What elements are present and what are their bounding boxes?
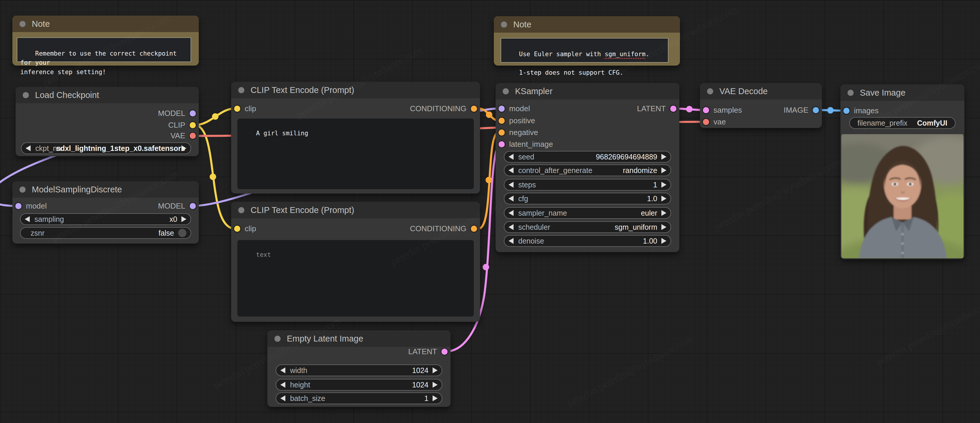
increment-arrow-icon[interactable] <box>661 238 667 244</box>
node-title: CLIP Text Encode (Prompt) <box>251 85 354 95</box>
collapse-toggle[interactable] <box>23 92 29 98</box>
widget-sampler-name[interactable]: sampler_name euler <box>504 207 671 219</box>
toggle-knob[interactable] <box>178 229 186 237</box>
increment-arrow-icon[interactable] <box>433 395 438 401</box>
output-dot-latent[interactable] <box>670 106 676 112</box>
output-dot-conditioning[interactable] <box>471 106 477 112</box>
collapse-toggle[interactable] <box>238 87 244 93</box>
widget-filename-prefix[interactable]: filename_prefix ComfyUI <box>849 117 956 129</box>
note-textarea[interactable]: Remember to use the correct checkpoint f… <box>17 37 191 62</box>
node-title-bar[interactable]: Empty Latent Image <box>267 330 450 347</box>
output-dot-latent[interactable] <box>441 349 448 355</box>
input-dot-positive[interactable] <box>498 118 505 124</box>
output-dot-model[interactable] <box>189 110 196 117</box>
node-load-checkpoint[interactable]: Load Checkpoint MODEL CLIP VAE ckpt_na s… <box>16 87 199 156</box>
decrement-arrow-icon[interactable] <box>280 382 285 388</box>
node-save-image[interactable]: Save Image images filename_prefix ComfyU… <box>840 84 964 259</box>
widget-control-after-generate[interactable]: control_after_generate randomize <box>504 165 671 176</box>
widget-zsnr-toggle[interactable]: zsnr false <box>20 227 191 239</box>
collapse-toggle[interactable] <box>19 21 25 27</box>
collapse-toggle[interactable] <box>503 88 509 94</box>
decrement-arrow-icon[interactable] <box>509 182 514 188</box>
increment-arrow-icon[interactable] <box>661 196 667 201</box>
node-title-bar[interactable]: Save Image <box>840 84 964 101</box>
note-textarea[interactable]: Use Euler sampler with sgm_uniform. 1-st… <box>501 38 668 63</box>
decrement-arrow-icon[interactable] <box>280 395 285 401</box>
node-note-checkpoint[interactable]: Note Remember to use the correct checkpo… <box>13 16 199 66</box>
output-dot-clip[interactable] <box>189 122 196 128</box>
prev-value-arrow-icon[interactable] <box>25 145 30 151</box>
decrement-arrow-icon[interactable] <box>509 238 514 244</box>
output-dot-model[interactable] <box>189 203 196 209</box>
decrement-arrow-icon[interactable] <box>509 154 514 160</box>
node-title-bar[interactable]: Note <box>494 16 680 33</box>
increment-arrow-icon[interactable] <box>661 182 667 188</box>
next-value-arrow-icon[interactable] <box>661 224 667 230</box>
widget-width[interactable]: width 1024 <box>275 364 442 376</box>
collapse-toggle[interactable] <box>274 336 281 342</box>
link-midpoint-dot[interactable] <box>483 264 489 270</box>
widget-sampling[interactable]: sampling x0 <box>20 213 191 225</box>
input-dot-vae[interactable] <box>703 119 709 125</box>
node-note-sampler[interactable]: Note Use Euler sampler with sgm_uniform.… <box>494 16 680 66</box>
node-model-sampling-discrete[interactable]: ModelSamplingDiscrete model MODEL sampli… <box>13 181 199 244</box>
link-midpoint-dot[interactable] <box>485 177 492 183</box>
prev-value-arrow-icon[interactable] <box>509 224 514 230</box>
input-dot-images[interactable] <box>843 108 850 114</box>
node-title-bar[interactable]: CLIP Text Encode (Prompt) <box>231 82 480 98</box>
node-title: ModelSamplingDiscrete <box>32 185 122 194</box>
note-text: 1-step does not support CFG. <box>519 69 624 76</box>
graph-canvas[interactable]: Note Remember to use the correct checkpo… <box>0 0 980 423</box>
output-dot-image[interactable] <box>813 107 819 113</box>
prev-value-arrow-icon[interactable] <box>25 216 30 222</box>
collapse-toggle[interactable] <box>707 88 713 94</box>
widget-ckpt-name[interactable]: ckpt_na sdxl_lightning_1step_x0.safetens… <box>21 143 191 154</box>
input-dot-negative[interactable] <box>498 130 505 136</box>
output-slot-latent: LATENT <box>267 345 450 357</box>
collapse-toggle[interactable] <box>238 207 244 213</box>
link-midpoint-dot[interactable] <box>486 111 492 118</box>
node-empty-latent-image[interactable]: Empty Latent Image LATENT width 1024 hei… <box>267 330 450 407</box>
link-midpoint-dot[interactable] <box>210 174 216 180</box>
node-title-bar[interactable]: KSampler <box>496 83 679 100</box>
node-vae-decode[interactable]: VAE Decode samples vae IMAGE <box>700 83 822 128</box>
increment-arrow-icon[interactable] <box>661 154 667 160</box>
input-dot-latent-image[interactable] <box>498 141 505 147</box>
prompt-text: A girl smiling <box>256 130 308 137</box>
widget-steps[interactable]: steps 1 <box>504 179 671 191</box>
node-title-bar[interactable]: VAE Decode <box>700 83 822 100</box>
link-midpoint-dot[interactable] <box>212 113 218 120</box>
widget-batch-size[interactable]: batch_size 1 <box>275 393 442 404</box>
next-value-arrow-icon[interactable] <box>661 210 667 216</box>
collapse-toggle[interactable] <box>19 187 25 193</box>
widget-height[interactable]: height 1024 <box>275 379 442 391</box>
widget-cfg[interactable]: cfg 1.0 <box>504 193 671 204</box>
prev-value-arrow-icon[interactable] <box>509 210 514 216</box>
prompt-textarea[interactable]: A girl smiling <box>237 119 474 189</box>
decrement-arrow-icon[interactable] <box>509 196 514 201</box>
next-value-arrow-icon[interactable] <box>181 216 186 222</box>
widget-seed[interactable]: seed 968269694694889 <box>504 151 671 163</box>
node-title-bar[interactable]: ModelSamplingDiscrete <box>13 181 199 198</box>
node-title-bar[interactable]: Load Checkpoint <box>16 87 199 103</box>
node-title-bar[interactable]: Note <box>13 16 199 32</box>
collapse-toggle[interactable] <box>501 22 507 28</box>
decrement-arrow-icon[interactable] <box>280 368 285 373</box>
widget-denoise[interactable]: denoise 1.00 <box>504 235 671 247</box>
widget-scheduler[interactable]: scheduler sgm_uniform <box>504 221 671 233</box>
collapse-toggle[interactable] <box>848 90 854 96</box>
node-title-bar[interactable]: CLIP Text Encode (Prompt) <box>231 202 480 218</box>
prompt-textarea[interactable]: text <box>237 240 474 317</box>
link-midpoint-dot[interactable] <box>686 106 693 112</box>
output-dot-vae[interactable] <box>189 133 196 139</box>
output-dot-conditioning[interactable] <box>471 226 477 232</box>
node-clip-text-encode-positive[interactable]: CLIP Text Encode (Prompt) clip CONDITION… <box>231 82 480 193</box>
node-clip-text-encode-negative[interactable]: CLIP Text Encode (Prompt) clip CONDITION… <box>231 202 480 322</box>
link-midpoint-dot[interactable] <box>827 107 834 114</box>
prev-value-arrow-icon[interactable] <box>509 167 514 173</box>
next-value-arrow-icon[interactable] <box>661 167 667 173</box>
increment-arrow-icon[interactable] <box>433 368 438 373</box>
node-ksampler[interactable]: KSampler model positive negative latent_… <box>496 83 679 252</box>
increment-arrow-icon[interactable] <box>433 382 438 388</box>
node-title: Note <box>32 19 50 29</box>
